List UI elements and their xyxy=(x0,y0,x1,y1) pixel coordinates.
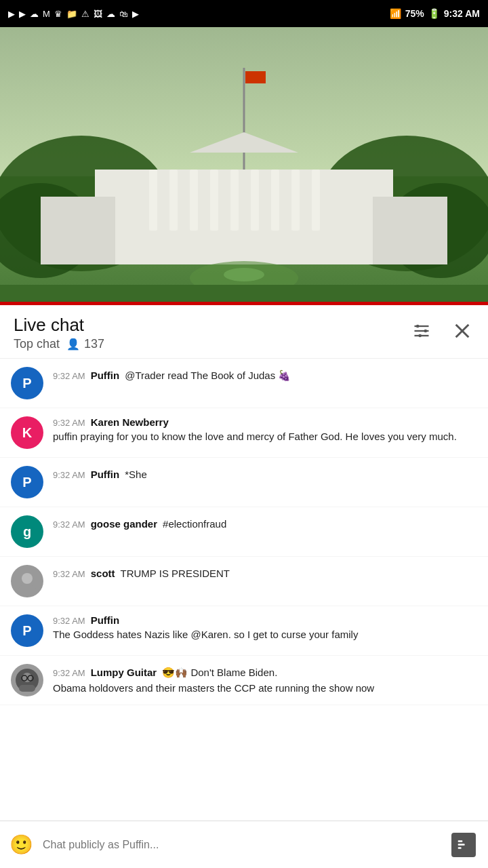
message-text: @Trader read The Book of Judas 🍇 xyxy=(125,368,291,382)
message-author: Puffin xyxy=(91,370,120,381)
youtube-icon: ▶ xyxy=(19,9,26,19)
svg-rect-11 xyxy=(169,170,178,231)
message-content: 9:32 AM goose gander #electionfraud xyxy=(53,515,477,531)
table-row: P 9:32 AM Puffin @Trader read The Book o… xyxy=(0,359,488,408)
message-text: The Goddess hates Nazis like @Karen. so … xyxy=(53,627,477,642)
battery-icon: 🔋 xyxy=(428,8,440,19)
message-meta: 9:32 AM Karen Newberry xyxy=(53,416,477,428)
message-text: TRUMP IS PRESIDENT xyxy=(121,566,230,580)
wifi-icon: 📶 xyxy=(390,8,401,19)
svg-rect-15 xyxy=(251,170,259,231)
chat-input-bar[interactable]: 🙂 xyxy=(0,821,488,868)
svg-rect-7 xyxy=(245,71,266,83)
svg-rect-14 xyxy=(230,170,239,231)
svg-point-29 xyxy=(418,334,422,338)
top-chat-label: Top chat xyxy=(14,337,60,351)
avatar-photo xyxy=(11,664,43,696)
message-text-continued: Obama holdovers and their masters the CC… xyxy=(53,681,477,695)
live-chat-title: Live chat xyxy=(14,315,104,336)
message-meta: 9:32 AM scott TRUMP IS PRESIDENT xyxy=(53,565,477,580)
close-chat-button[interactable] xyxy=(450,319,474,347)
chat-header: Live chat Top chat 👤 137 xyxy=(0,305,488,359)
svg-rect-18 xyxy=(312,170,320,231)
send-button[interactable] xyxy=(449,830,479,860)
message-text: puffin praying for you to know the love … xyxy=(53,429,477,443)
message-meta: 9:32 AM Lumpy Guitar 😎🙌🏾 Don't Blame Bid… xyxy=(53,664,477,679)
table-row: P 9:32 AM Puffin *She xyxy=(0,458,488,507)
avatar: g xyxy=(11,515,43,548)
settings-filter-button[interactable] xyxy=(409,319,434,347)
table-row: K 9:32 AM Karen Newberry puffin praying … xyxy=(0,408,488,458)
table-row: 9:32 AM Lumpy Guitar 😎🙌🏾 Don't Blame Bid… xyxy=(0,656,488,705)
warning-icon: ⚠ xyxy=(81,9,89,19)
battery-percent: 75% xyxy=(405,8,424,19)
message-content: 9:32 AM Puffin @Trader read The Book of … xyxy=(53,367,477,382)
message-author: Karen Newberry xyxy=(91,416,169,428)
table-row: 9:32 AM scott TRUMP IS PRESIDENT xyxy=(0,557,488,606)
send-icon xyxy=(451,833,476,857)
svg-rect-41 xyxy=(458,844,465,846)
avatar: P xyxy=(11,614,43,647)
chat-header-left: Live chat Top chat 👤 137 xyxy=(14,315,104,351)
message-text: *She xyxy=(125,467,147,481)
viewer-number: 137 xyxy=(84,337,104,351)
chat-input[interactable] xyxy=(43,839,439,851)
message-meta: 9:32 AM Puffin *She xyxy=(53,466,477,481)
message-content: 9:32 AM Puffin *She xyxy=(53,466,477,481)
avatar xyxy=(11,664,43,696)
message-content: 9:32 AM Karen Newberry puffin praying fo… xyxy=(53,416,477,443)
svg-point-27 xyxy=(416,325,420,328)
video-player[interactable] xyxy=(0,27,488,302)
svg-point-32 xyxy=(22,573,33,584)
svg-point-22 xyxy=(224,268,264,281)
status-right: 📶 75% 🔋 9:32 AM xyxy=(390,8,480,19)
svg-rect-20 xyxy=(373,197,447,264)
image-icon: 🖼 xyxy=(94,9,102,19)
message-time: 9:32 AM xyxy=(53,616,85,626)
svg-rect-12 xyxy=(190,170,198,231)
svg-point-28 xyxy=(424,330,428,333)
message-content: 9:32 AM Lumpy Guitar 😎🙌🏾 Don't Blame Bid… xyxy=(53,664,477,695)
message-time: 9:32 AM xyxy=(53,668,85,678)
svg-rect-17 xyxy=(291,170,300,231)
svg-rect-13 xyxy=(210,170,218,231)
person-icon: 👤 xyxy=(66,338,80,351)
video-frame xyxy=(0,27,488,302)
message-time: 9:32 AM xyxy=(53,569,85,579)
table-row: g 9:32 AM goose gander #electionfraud xyxy=(0,507,488,557)
chat-header-actions[interactable] xyxy=(409,315,474,347)
play-icon: ▶ xyxy=(8,9,15,19)
status-icons: ▶ ▶ ☁ M ♛ 📁 ⚠ 🖼 ☁ 🛍 ▶ xyxy=(8,9,139,19)
crown-icon: ♛ xyxy=(54,9,62,19)
svg-rect-8 xyxy=(95,170,393,264)
viewer-count: 👤 137 xyxy=(66,337,104,351)
message-text: #electionfraud xyxy=(163,517,226,531)
smiley-icon: 🙂 xyxy=(9,834,33,855)
top-chat-row: Top chat 👤 137 xyxy=(14,337,104,351)
message-meta: 9:32 AM goose gander #electionfraud xyxy=(53,515,477,531)
message-author: goose gander xyxy=(91,518,157,530)
svg-rect-42 xyxy=(458,847,462,849)
message-text: 😎🙌🏾 Don't Blame Biden. xyxy=(162,665,277,679)
status-bar: ▶ ▶ ☁ M ♛ 📁 ⚠ 🖼 ☁ 🛍 ▶ 📶 75% 🔋 9:32 AM xyxy=(0,0,488,27)
avatar xyxy=(11,565,43,597)
bag-icon: 🛍 xyxy=(119,9,128,19)
message-time: 9:32 AM xyxy=(53,418,85,428)
message-content: 9:32 AM Puffin The Goddess hates Nazis l… xyxy=(53,614,477,642)
message-author: Lumpy Guitar xyxy=(91,667,157,678)
avatar: P xyxy=(11,367,43,399)
message-author: Puffin xyxy=(91,469,120,480)
avatar: K xyxy=(11,416,43,449)
svg-rect-36 xyxy=(19,685,35,692)
message-content: 9:32 AM scott TRUMP IS PRESIDENT xyxy=(53,565,477,580)
svg-rect-19 xyxy=(41,197,115,264)
emoji-button[interactable]: 🙂 xyxy=(9,833,33,856)
message-meta: 9:32 AM Puffin @Trader read The Book of … xyxy=(53,367,477,382)
message-time: 9:32 AM xyxy=(53,519,85,530)
table-row: P 9:32 AM Puffin The Goddess hates Nazis… xyxy=(0,606,488,656)
cloud2-icon: ☁ xyxy=(106,9,115,19)
svg-rect-23 xyxy=(0,285,488,302)
cloud-icon: ☁ xyxy=(30,9,39,19)
svg-rect-40 xyxy=(458,840,463,842)
chat-messages-list: P 9:32 AM Puffin @Trader read The Book o… xyxy=(0,359,488,760)
